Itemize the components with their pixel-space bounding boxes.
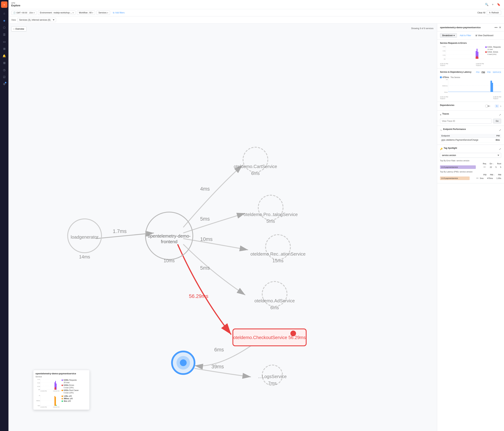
requests-errors-section: Service Requests & Errors <box>437 40 504 69</box>
services-count: Showing 9 of 9 services <box>411 27 433 30</box>
svg-text:0/s: 0/s <box>444 58 445 60</box>
svg-text:5ms: 5ms <box>266 219 275 224</box>
sidebar-item-topology[interactable]: ⬡ <box>1 24 7 31</box>
svg-text:15ms: 15ms <box>272 258 284 263</box>
chevron-down-icon: ▾ <box>454 34 455 37</box>
traces-title: Traces <box>442 112 449 115</box>
tag-select[interactable]: service.version <box>440 153 501 158</box>
requests-chart-x-labels: 4:33:10 PMTODAY 4:48:00 PMTODAY <box>440 63 484 66</box>
svg-text:39ms: 39ms <box>211 364 224 369</box>
sidebar-item-monitor[interactable]: ▭ <box>1 38 7 45</box>
panel-more-button[interactable]: ••• <box>495 26 497 29</box>
svg-text:4ms: 4ms <box>200 186 210 192</box>
time-zone: GMT +00:00 <box>16 12 27 14</box>
workflow-filter[interactable]: Workflow : All ▾ <box>77 10 95 15</box>
tab-p90[interactable]: P90 <box>482 71 485 73</box>
breakdown-button[interactable]: Breakdown ▾ <box>440 33 457 38</box>
chevron-down-icon: ▾ <box>34 12 35 14</box>
clear-all-button[interactable]: Clear All <box>477 11 485 14</box>
svg-rect-82 <box>477 57 478 59</box>
p90-cell: 4ms <box>492 138 501 142</box>
topbar: APM Explore 🔍 ＋ 🔖 <box>9 0 504 9</box>
overview-button[interactable]: ‹ Overview <box>11 27 27 31</box>
requests-errors-chart: 0.6/s 0.4/s 0.2/s 0/s 4:33:10 PMTODAY 4:… <box>440 46 484 66</box>
sidebar-item-list[interactable]: ☰ <box>1 31 7 38</box>
tag-error-headers: ReqErr ↓Root <box>440 163 501 165</box>
splunk-logo[interactable]: S <box>1 1 7 8</box>
svg-rect-62 <box>54 396 55 406</box>
sidebar-item-apm[interactable]: ◈ <box>1 17 7 24</box>
svg-text:10ms: 10ms <box>164 258 175 263</box>
endpoint-title: Endpoint Performance <box>443 128 466 131</box>
trace-go-button[interactable]: Go <box>493 119 501 123</box>
tag-latency-title: Top By Latency (P90): service.version <box>440 171 501 173</box>
sidebar-item-checklist[interactable]: ☑ <box>1 74 7 80</box>
tag-more-btn[interactable]: ••• <box>483 166 486 168</box>
svg-point-37 <box>180 359 187 366</box>
expand-tag-icon[interactable]: ⤢ <box>499 148 501 150</box>
svg-text:6ms: 6ms <box>214 347 224 352</box>
chevron-down-icon: ▾ <box>73 12 73 14</box>
sidebar-item-integration[interactable]: ⊞ <box>1 46 7 52</box>
deps-controls: 1 › <box>485 104 501 108</box>
list-item: 1.6.0-paymentservice ••• 2255 <box>440 165 501 169</box>
svg-text:0.6/s: 0.6/s <box>443 46 445 47</box>
deps-next-icon[interactable]: › <box>500 104 501 108</box>
panel-close-button[interactable]: ✕ <box>499 26 501 29</box>
svg-text:oteldemo.AdService: oteldemo.AdService <box>254 298 295 303</box>
view-select[interactable]: Services (3), Inferred services (6) <box>17 18 56 22</box>
tag-more-btn[interactable]: ••• <box>476 177 479 179</box>
svg-rect-87 <box>440 76 442 78</box>
svg-point-97 <box>485 105 488 107</box>
time-icon: 🕐 <box>13 12 16 14</box>
dependencies-row: Dependencies 1 › <box>440 104 501 108</box>
sidebar-item-home[interactable]: ⌂ <box>1 10 7 17</box>
latency-tabs: P50 P90 P99 SERVICE <box>476 71 501 73</box>
svg-text:56.29ms: 56.29ms <box>189 293 208 299</box>
svg-text:0.6/s: 0.6/s <box>37 379 40 380</box>
chevron-left-icon: ‹ <box>14 28 14 30</box>
list-item: 1.6.0-paymentservice ••• 5ms470ms1.00s <box>440 177 501 180</box>
tab-p99[interactable]: P99 <box>487 71 491 73</box>
expand-traces-icon[interactable]: ⤢ <box>499 113 501 116</box>
endpoint-cell: grpc.oteldemo.PaymentService/Charge <box>440 138 492 142</box>
sidebar-item-tag[interactable]: ◷ <box>1 67 7 73</box>
trace-id-input[interactable] <box>440 119 492 123</box>
node-tooltip: opentelemetry-demo-paymentservice Servic… <box>33 370 90 410</box>
endpoint-performance-section: ↑↓ Endpoint Performance ⤢ Endpoint P90 <box>437 126 504 145</box>
refresh-icon: ↻ <box>489 11 491 14</box>
tag-icon: 🔑 <box>440 148 443 150</box>
environment-filter[interactable]: Environment : nodejs-workshop-... ▾ <box>38 10 75 15</box>
time-value: -15m <box>28 12 33 14</box>
tooltip-chart-latency: 1s 500ms 0ms 4:33:50 PM TODAY 4:48:40 PM… <box>36 395 60 408</box>
tag-title: Tag Spotlight <box>444 147 457 149</box>
time-filter[interactable]: 🕐 GMT +00:00 -15m ▾ <box>11 11 36 15</box>
expand-endpoint-icon[interactable]: ⤢ <box>499 129 501 131</box>
search-icon-btn[interactable]: 🔍 <box>484 2 489 7</box>
add-to-filter-button[interactable]: Add to Filter <box>458 33 473 37</box>
bookmark-icon-btn[interactable]: 🔖 <box>496 2 501 7</box>
svg-text:0.4/s: 0.4/s <box>443 50 445 52</box>
svg-point-34 <box>290 331 296 336</box>
panel-header: opentelemetry-demo-paymentservice ••• ✕ <box>437 24 504 31</box>
tag-latency-headers: P50P90 ↓P99 <box>440 174 501 176</box>
filterbar-right: Clear All ↻ Refresh <box>477 10 501 15</box>
tab-p50[interactable]: P50 <box>476 71 479 73</box>
tag-values: 2255 <box>487 166 501 168</box>
svg-rect-92 <box>492 83 493 92</box>
svg-rect-64 <box>56 405 57 406</box>
view-dashboard-button[interactable]: ⊞ View Dashboard <box>474 33 495 37</box>
add-filters-button[interactable]: ⧉ Add filters <box>111 11 126 15</box>
tab-service[interactable]: SERVICE <box>493 71 501 73</box>
dependencies-section: Dependencies 1 › <box>437 102 504 111</box>
refresh-button[interactable]: ↻ Refresh <box>487 10 501 15</box>
sidebar-item-bell[interactable]: 🔔 <box>1 53 7 59</box>
svg-text:1s: 1s <box>39 395 40 396</box>
add-icon-btn[interactable]: ＋ <box>491 2 495 7</box>
tag-values: 5ms470ms1.00s <box>480 177 501 179</box>
services-filter[interactable]: Services ▾ <box>97 10 110 15</box>
sidebar-item-grid[interactable]: ⊞ <box>1 60 7 66</box>
brand-apm: APM <box>11 2 20 4</box>
sidebar-item-settings[interactable]: ⚙ <box>1 81 7 87</box>
dashboard-icon: ⊞ <box>476 34 477 37</box>
